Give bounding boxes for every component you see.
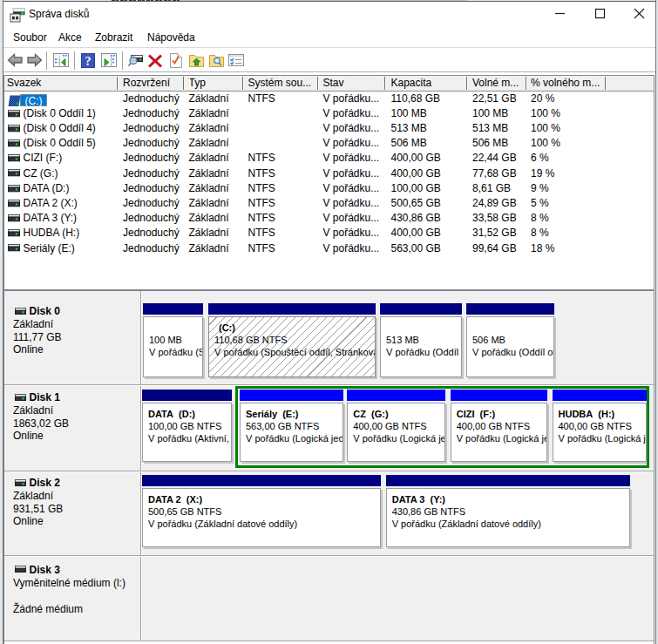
svg-text:?: ? <box>85 55 92 68</box>
